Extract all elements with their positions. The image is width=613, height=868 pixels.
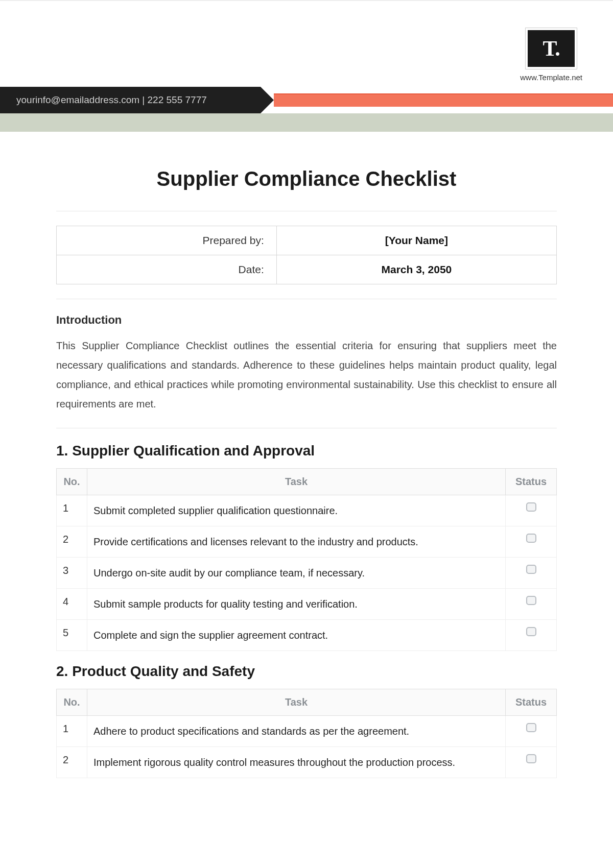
meta-row-prepared: Prepared by: [Your Name] (57, 226, 557, 255)
col-status: Status (506, 469, 557, 495)
row-task: Submit completed supplier qualification … (87, 495, 506, 526)
logo-url: www.Template.net (520, 73, 582, 82)
row-status (506, 526, 557, 558)
col-no: No. (57, 469, 87, 495)
row-task: Implement rigorous quality control measu… (87, 747, 506, 778)
meta-row-date: Date: March 3, 2050 (57, 255, 557, 284)
meta-table: Prepared by: [Your Name] Date: March 3, … (56, 226, 557, 284)
row-task: Complete and sign the supplier agreement… (87, 620, 506, 651)
sage-band (0, 113, 613, 132)
checkbox-icon[interactable] (526, 534, 536, 543)
row-task: Undergo on-site audit by our compliance … (87, 558, 506, 589)
divider (56, 211, 557, 211)
row-status (506, 620, 557, 651)
logo-icon: T. (526, 28, 577, 69)
col-no: No. (57, 689, 87, 716)
row-status (506, 716, 557, 747)
row-task: Submit sample products for quality testi… (87, 589, 506, 620)
tasks-table-1: No. Task Status 1 Submit completed suppl… (56, 468, 557, 651)
checkbox-icon[interactable] (526, 502, 536, 512)
table-row: 4 Submit sample products for quality tes… (57, 589, 557, 620)
table-row: 1 Submit completed supplier qualificatio… (57, 495, 557, 526)
divider (56, 299, 557, 299)
col-status: Status (506, 689, 557, 716)
table-row: 2 Provide certifications and licenses re… (57, 526, 557, 558)
header-ribbon: yourinfo@emailaddress.com | 222 555 7777 (0, 87, 613, 113)
row-no: 2 (57, 747, 87, 778)
top-margin (0, 0, 613, 20)
col-task: Task (87, 469, 506, 495)
brand-logo-block: T. www.Template.net (520, 28, 582, 82)
tasks-table-2: No. Task Status 1 Adhere to product spec… (56, 689, 557, 778)
table-row: 3 Undergo on-site audit by our complianc… (57, 558, 557, 589)
checkbox-icon[interactable] (526, 754, 536, 763)
prepared-value: [Your Name] (276, 226, 556, 255)
row-status (506, 558, 557, 589)
contact-text: yourinfo@emailaddress.com | 222 555 7777 (16, 94, 207, 106)
row-status (506, 747, 557, 778)
divider (56, 428, 557, 428)
section-heading-1: 1. Supplier Qualification and Approval (56, 443, 557, 459)
checkbox-icon[interactable] (526, 565, 536, 574)
checkbox-icon[interactable] (526, 627, 536, 636)
logo-letter: T. (543, 36, 559, 61)
prepared-label: Prepared by: (57, 226, 277, 255)
table-header-row: No. Task Status (57, 469, 557, 495)
row-status (506, 495, 557, 526)
date-value: March 3, 2050 (276, 255, 556, 284)
row-no: 1 (57, 495, 87, 526)
row-no: 2 (57, 526, 87, 558)
table-header-row: No. Task Status (57, 689, 557, 716)
checkbox-icon[interactable] (526, 723, 536, 732)
page-title: Supplier Compliance Checklist (56, 167, 557, 190)
table-row: 2 Implement rigorous quality control mea… (57, 747, 557, 778)
row-task: Provide certifications and licenses rele… (87, 526, 506, 558)
date-label: Date: (57, 255, 277, 284)
checkbox-icon[interactable] (526, 596, 536, 605)
table-row: 1 Adhere to product specifications and s… (57, 716, 557, 747)
row-no: 1 (57, 716, 87, 747)
contact-ribbon: yourinfo@emailaddress.com | 222 555 7777 (0, 87, 261, 113)
content-area: Supplier Compliance Checklist Prepared b… (0, 132, 613, 799)
row-no: 4 (57, 589, 87, 620)
col-task: Task (87, 689, 506, 716)
accent-bar (274, 93, 613, 107)
row-no: 3 (57, 558, 87, 589)
section-heading-2: 2. Product Quality and Safety (56, 663, 557, 680)
intro-text: This Supplier Compliance Checklist outli… (56, 336, 557, 414)
row-status (506, 589, 557, 620)
document-page: T. www.Template.net yourinfo@emailaddres… (0, 0, 613, 868)
row-no: 5 (57, 620, 87, 651)
table-row: 5 Complete and sign the supplier agreeme… (57, 620, 557, 651)
row-task: Adhere to product specifications and sta… (87, 716, 506, 747)
intro-heading: Introduction (56, 314, 557, 327)
